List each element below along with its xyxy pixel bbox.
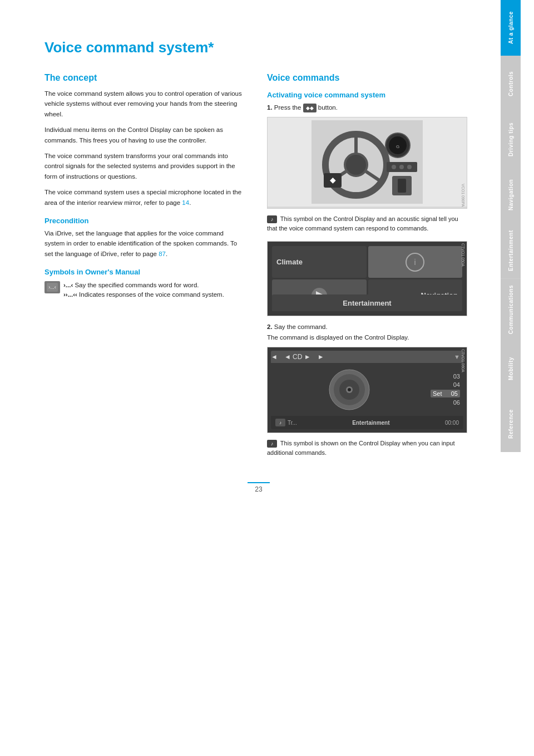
cd-track-06: 06 bbox=[431, 399, 460, 406]
sidebar-tab-reference[interactable]: Reference bbox=[501, 396, 521, 452]
caption-1: ♪ This symbol on the Control Display and… bbox=[267, 214, 467, 233]
sidebar-label-navigation: Navigation bbox=[508, 179, 514, 210]
watermark-2: CTVO1 050A bbox=[461, 243, 465, 311]
sidebar-label-mobility: Mobility bbox=[508, 357, 514, 380]
menu-center: i bbox=[368, 246, 463, 278]
sidebar-label-entertainment: Entertainment bbox=[508, 230, 514, 271]
concept-paragraph-4: The voice command system uses a special … bbox=[44, 187, 245, 208]
concept-paragraph-3: The voice command system transforms your… bbox=[44, 151, 245, 181]
menu-entertainment: Entertainment bbox=[272, 294, 462, 311]
steering-wheel-svg: ◆ G bbox=[312, 120, 423, 204]
voice-symbol-icon-2: ♪ bbox=[267, 440, 277, 448]
svg-point-27 bbox=[348, 388, 351, 391]
step-1-text: 1. Press the ◆◆ button. bbox=[267, 102, 467, 112]
caption-2: ♪ This symbol is shown on the Control Di… bbox=[267, 439, 467, 458]
watermark-3: CTVO1 060A bbox=[461, 349, 465, 428]
symbols-title: Symbols in Owner's Manual bbox=[44, 268, 245, 276]
sidebar-label-controls: Controls bbox=[508, 71, 514, 96]
cd-top-bar: ◄ ◄ CD ► ► ▼ bbox=[271, 351, 463, 363]
symbol-list: ›...‹ ›...‹ Say the specified commands w… bbox=[44, 281, 245, 300]
page-number-area: 23 bbox=[44, 482, 473, 493]
sidebar-tab-controls[interactable]: Controls bbox=[501, 56, 521, 111]
cd-track-list: 03 04 Set05 06 bbox=[427, 363, 463, 416]
sidebar-label-at-a-glance: At a glance bbox=[508, 12, 514, 45]
svg-text:♪: ♪ bbox=[279, 420, 281, 425]
cd-bottom-bar: ♪ Tr... Entertainment 00:00 bbox=[271, 416, 463, 429]
sidebar-tab-mobility[interactable]: Mobility bbox=[501, 341, 521, 396]
concept-section-title: The concept bbox=[44, 73, 245, 83]
svg-point-16 bbox=[407, 165, 412, 169]
svg-point-15 bbox=[399, 165, 404, 169]
svg-rect-18 bbox=[398, 179, 406, 193]
activating-title: Activating voice command system bbox=[267, 91, 467, 99]
menu-climate: Climate bbox=[272, 246, 367, 278]
step-2: 2. Say the command. The command is displ… bbox=[267, 322, 467, 458]
sidebar-tab-entertainment[interactable]: Entertainment bbox=[501, 223, 521, 278]
symbol-1-text: ›...‹ Say the specified commands word fo… bbox=[63, 281, 224, 300]
sidebar: At a glance Controls Driving tips Naviga… bbox=[501, 0, 521, 756]
cd-track-04: 04 bbox=[431, 381, 460, 388]
step-1-num: 1. bbox=[267, 104, 273, 111]
steering-area: ◆ G bbox=[268, 117, 467, 207]
menu-display-image: Climate i bbox=[267, 241, 467, 316]
voice-command-icon: ›...‹ bbox=[44, 281, 60, 293]
watermark-1: VCO1 090PA bbox=[461, 184, 465, 207]
symbol-item-1: ›...‹ ›...‹ Say the specified commands w… bbox=[44, 281, 245, 300]
divider-line bbox=[248, 482, 270, 483]
step-2-num: 2. bbox=[267, 323, 273, 330]
svg-text:i: i bbox=[414, 258, 416, 267]
cd-player-image: ◄ ◄ CD ► ► ▼ bbox=[267, 347, 467, 433]
cd-main-area: 03 04 Set05 06 bbox=[271, 363, 463, 416]
svg-text:›...‹: ›...‹ bbox=[48, 284, 56, 290]
cd-bottom-left: ♪ Tr... bbox=[275, 419, 297, 426]
page-number: 23 bbox=[255, 485, 262, 493]
svg-point-4 bbox=[345, 154, 367, 176]
concept-paragraph-1: The voice command system allows you to c… bbox=[44, 89, 245, 119]
sidebar-label-reference: Reference bbox=[508, 410, 514, 439]
cd-time: 00:00 bbox=[445, 420, 459, 426]
sidebar-label-communications: Communications bbox=[508, 285, 514, 334]
cd-track-set: Set05 bbox=[431, 390, 460, 397]
cd-track-03: 03 bbox=[431, 373, 460, 380]
svg-point-14 bbox=[392, 165, 396, 169]
sidebar-tab-communications[interactable]: Communications bbox=[501, 278, 521, 341]
left-column: The concept The voice command system all… bbox=[44, 73, 245, 465]
page-title: Voice command system* bbox=[44, 39, 473, 56]
step-2-text: 2. Say the command. The command is displ… bbox=[267, 322, 467, 342]
sidebar-tab-at-a-glance[interactable]: At a glance bbox=[501, 0, 521, 56]
svg-text:◆: ◆ bbox=[330, 175, 336, 184]
sidebar-tab-driving-tips[interactable]: Driving tips bbox=[501, 111, 521, 167]
steering-wheel-image: ◆ G bbox=[267, 117, 467, 209]
cd-entertainment-label: Entertainment bbox=[352, 420, 389, 426]
svg-text:G: G bbox=[396, 144, 399, 149]
sidebar-tab-navigation[interactable]: Navigation bbox=[501, 167, 521, 223]
concept-paragraph-2: Individual menu items on the Control Dis… bbox=[44, 125, 245, 145]
precondition-text: Via iDrive, set the language that applie… bbox=[44, 228, 245, 259]
right-column: Voice commands Activating voice command … bbox=[267, 73, 467, 465]
voice-commands-title: Voice commands bbox=[267, 73, 467, 83]
precondition-title: Precondition bbox=[44, 217, 245, 225]
sidebar-label-driving-tips: Driving tips bbox=[508, 122, 514, 156]
button-icon: ◆◆ bbox=[303, 104, 317, 112]
cd-disc-area bbox=[271, 363, 427, 416]
step-1: 1. Press the ◆◆ button. bbox=[267, 102, 467, 233]
voice-symbol-icon: ♪ bbox=[267, 215, 277, 223]
